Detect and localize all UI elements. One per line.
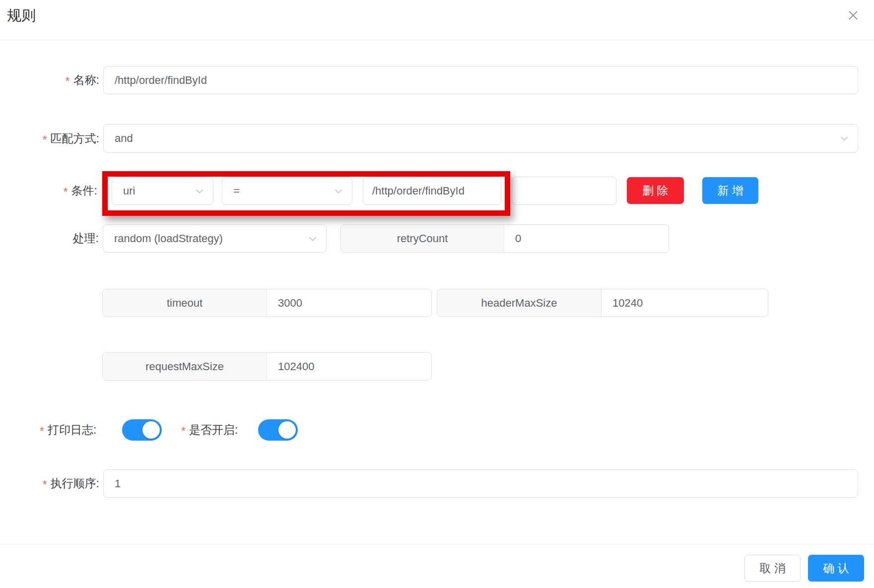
confirm-button[interactable]: 确 认	[808, 555, 864, 582]
close-button[interactable]	[845, 8, 862, 25]
name-label: 名称:	[0, 66, 99, 94]
rule-dialog: 规则 名称: /http/order/findById 匹配方式: and 条件…	[0, 0, 874, 588]
print-log-toggle[interactable]	[122, 419, 162, 441]
condition-field-value: uri	[112, 185, 135, 197]
header-max-size-pair: headerMaxSize 10240	[437, 289, 768, 317]
close-icon	[846, 8, 860, 24]
enabled-toggle[interactable]	[258, 419, 298, 441]
order-input[interactable]: 1	[103, 469, 858, 498]
match-mode-value: and	[104, 132, 133, 145]
name-input-value: /http/order/findById	[104, 74, 207, 87]
timeout-pair: timeout 3000	[102, 289, 432, 317]
timeout-input[interactable]: 3000	[267, 289, 431, 317]
toggle-knob	[278, 421, 296, 439]
header-max-size-key: headerMaxSize	[437, 289, 602, 317]
condition-operator-value: =	[222, 185, 240, 197]
chevron-down-icon	[333, 186, 344, 196]
delete-condition-button[interactable]: 删 除	[627, 177, 684, 204]
condition-label: 条件:	[0, 177, 97, 205]
condition-field-select[interactable]: uri	[112, 177, 213, 205]
retry-count-pair: retryCount 0	[340, 224, 669, 253]
chevron-down-icon	[194, 186, 205, 196]
header-divider	[0, 40, 874, 40]
enabled-label: 是否开启:	[181, 419, 257, 440]
toggle-knob	[142, 421, 160, 439]
retry-count-key: retryCount	[341, 225, 504, 253]
chevron-down-icon	[839, 133, 850, 144]
match-mode-label: 匹配方式:	[0, 124, 99, 153]
chevron-down-icon	[307, 233, 318, 244]
order-input-value: 1	[104, 477, 121, 490]
header-max-size-input[interactable]: 10240	[602, 289, 768, 317]
load-strategy-value: random (loadStrategy)	[103, 232, 223, 245]
condition-value-text: /http/order/findById	[363, 185, 465, 197]
order-label: 执行顺序:	[0, 469, 99, 498]
condition-extra-input[interactable]	[512, 177, 616, 205]
name-input[interactable]: /http/order/findById	[103, 66, 858, 94]
condition-operator-select[interactable]: =	[222, 177, 352, 205]
load-strategy-select[interactable]: random (loadStrategy)	[103, 224, 327, 253]
cancel-button[interactable]: 取 消	[744, 555, 801, 582]
footer-divider	[0, 544, 874, 544]
retry-count-input[interactable]: 0	[504, 225, 669, 253]
add-condition-button[interactable]: 新 增	[702, 177, 758, 204]
print-log-label: 打印日志:	[40, 419, 117, 440]
handle-label: 处理:	[0, 224, 99, 253]
dialog-title: 规则	[7, 6, 36, 25]
timeout-key: timeout	[103, 289, 267, 317]
match-mode-select[interactable]: and	[103, 124, 858, 153]
condition-value-input[interactable]: /http/order/findById	[363, 177, 501, 205]
request-max-size-pair: requestMaxSize 102400	[102, 352, 432, 381]
request-max-size-key: requestMaxSize	[103, 353, 267, 380]
request-max-size-input[interactable]: 102400	[267, 353, 431, 380]
